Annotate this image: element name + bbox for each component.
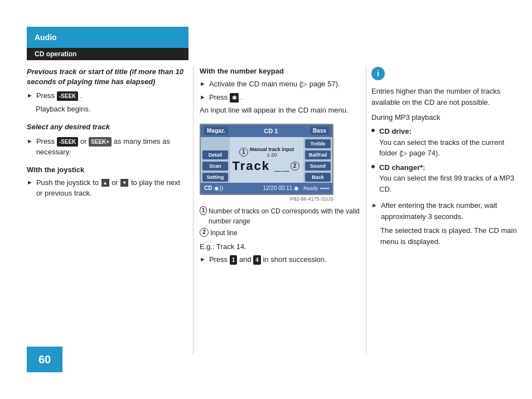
bullet-arrow-icon: ► xyxy=(27,137,33,146)
bass-button: Bass xyxy=(310,126,329,135)
joystick-up-icon: ▲ xyxy=(101,179,109,187)
joystick-down-icon: ▼ xyxy=(120,179,128,187)
setting-button: Setting xyxy=(202,173,228,182)
sound-button: Sound xyxy=(305,162,331,171)
subsection-header: CD operation xyxy=(27,48,188,60)
mid-paragraph: An input line will appear in the CD main… xyxy=(200,105,361,116)
section3-bullet1-content: Push the joystick to ▲ or ▼ to play the … xyxy=(36,177,188,199)
seek-minus-badge: -SEEK xyxy=(57,91,79,101)
cd-left-buttons: Detail Scan Setting xyxy=(201,137,230,183)
back-button: Back xyxy=(305,173,331,182)
right-bullet1: CD drive: You can select the tracks of t… xyxy=(371,126,522,159)
bullet-arrow-icon: ► xyxy=(200,79,206,89)
right-para1: Entries higher than the number of tracks… xyxy=(371,86,522,108)
mid-column: With the number keypad ► Activate the CD… xyxy=(200,67,361,267)
bullet-dot-icon xyxy=(371,165,375,168)
section1-heading: Previous track or start of title (if mor… xyxy=(27,67,188,87)
bullet-arrow-icon: ► xyxy=(371,201,378,210)
p82-label: P82-86-4175-31US xyxy=(200,196,333,202)
caption2-text: Input line xyxy=(210,228,238,238)
circle1-icon: 1 xyxy=(239,148,248,157)
section1-indent1: Playback begins. xyxy=(36,104,188,115)
star-badge: ✱ xyxy=(230,93,239,103)
cd-screen-display: Magaz. CD 1 Bass Detail Scan Setting 1 xyxy=(200,124,333,195)
cd-screen-bottom-bar: CD ◉)) 12/20 00:11 ◉ Ready ▪▪▪▪▪ xyxy=(201,183,332,194)
cd-screen-top-bar: Magaz. CD 1 Bass xyxy=(201,125,332,137)
page-number: 60 xyxy=(38,353,51,366)
content-area: Previous track or start of title (if mor… xyxy=(27,67,505,354)
caption2-line: 2 Input line xyxy=(200,228,361,238)
caption1-line: 1 Number of tracks on CD corresponds wit… xyxy=(200,206,361,226)
section2-bullet1: ► Press -SEEK or SEEK+ as many times as … xyxy=(27,136,188,158)
section1-bullet1: ► Press -SEEK . xyxy=(27,90,188,101)
caption-circle2: 2 xyxy=(200,228,209,237)
mid-bullet1-content: Activate the CD main menu (▷ page 57). xyxy=(209,79,361,90)
right-bullet1-content: CD drive: You can select the tracks of t… xyxy=(379,126,522,159)
caption1-text: Number of tracks on CD corresponds with … xyxy=(209,206,361,226)
left-column: Previous track or start of title (if mor… xyxy=(27,67,188,201)
right-arrow-para2: The selected track is played. The CD mai… xyxy=(371,225,522,247)
cd-screen-body: Detail Scan Setting 1 Manual track input… xyxy=(201,137,332,183)
circle1-label: 1 Manual track input 1-20 xyxy=(239,147,294,158)
cd-title-label: CD 1 xyxy=(231,128,310,134)
right-arrow-bullet1: ► After entering the track number, wait … xyxy=(371,200,522,222)
seek-plus-badge: SEEK+ xyxy=(89,137,112,147)
manual-input-labels: Manual track input 1-20 xyxy=(250,147,294,158)
circle2-icon: 2 xyxy=(291,162,299,171)
mid-bullet2-content: Press ✱ . xyxy=(209,92,361,103)
mid-bullet3: ► Press 1 and 4 in short succession. xyxy=(200,254,361,265)
section2-bullet1-content: Press -SEEK or SEEK+ as many times as ne… xyxy=(36,136,188,158)
mid-bullet2: ► Press ✱ . xyxy=(200,92,361,103)
bullet-arrow-icon: ► xyxy=(200,93,206,102)
cd-right-buttons: Treble Bal/Fad Sound Back xyxy=(303,137,332,183)
section1-bullet1-content: Press -SEEK . xyxy=(36,90,188,101)
cd-bottom-label: CD xyxy=(204,185,212,191)
eg-text: E.g.: Track 14. xyxy=(200,242,361,251)
detail-button: Detail xyxy=(202,150,228,159)
mid-right-divider xyxy=(366,67,366,354)
cd-signal-icon: ▪▪▪▪▪ xyxy=(320,186,329,191)
right-column: i Entries higher than the number of trac… xyxy=(371,67,522,247)
cd-screen-center: 1 Manual track input 1-20 Track __ 2 xyxy=(230,137,303,183)
treble-button: Treble xyxy=(305,139,331,148)
section-title: Audio xyxy=(35,33,57,42)
mid-bullet3-content: Press 1 and 4 in short succession. xyxy=(209,254,361,265)
right-para2-heading: During MP3 playback xyxy=(371,113,522,121)
right-arrow-bullet1-content: After entering the track number, wait ap… xyxy=(381,200,522,222)
right-bullet2: CD changer*: You can select the first 99… xyxy=(371,162,522,195)
bullet-dot-icon xyxy=(371,129,375,132)
key4-badge: 4 xyxy=(253,255,261,265)
track-display: Track __ xyxy=(232,159,290,173)
left-mid-divider xyxy=(193,67,194,354)
info-icon: i xyxy=(371,67,385,80)
section2-heading: Select any desired track xyxy=(27,122,188,132)
subsection-title: CD operation xyxy=(35,50,76,58)
mid-bullet1: ► Activate the CD main menu (▷ page 57). xyxy=(200,79,361,90)
scan-button: Scan xyxy=(202,162,228,171)
section-header: Audio xyxy=(27,27,188,48)
section3-heading: With the joystick xyxy=(27,166,188,174)
key1-badge: 1 xyxy=(230,255,238,265)
balfad-button: Bal/Fad xyxy=(305,150,331,159)
cd-ready-label: Ready xyxy=(303,186,318,191)
cd-time: 12/20 00:11 ◉ xyxy=(263,185,299,191)
track-display-row: Track __ 2 xyxy=(232,159,301,173)
cd-disc-icon: ◉)) xyxy=(214,185,223,191)
mid-heading: With the number keypad xyxy=(200,67,361,75)
bullet-arrow-icon: ► xyxy=(200,255,206,264)
seek-minus-badge2: -SEEK xyxy=(57,137,79,147)
section3-bullet1: ► Push the joystick to ▲ or ▼ to play th… xyxy=(27,177,188,199)
right-bullet2-content: CD changer*: You can select the first 99… xyxy=(379,162,522,195)
bullet-arrow-icon: ► xyxy=(27,178,33,187)
magaz-button: Magaz. xyxy=(204,126,228,135)
caption-circle1: 1 xyxy=(200,206,207,215)
bullet-arrow-icon: ► xyxy=(27,91,33,100)
